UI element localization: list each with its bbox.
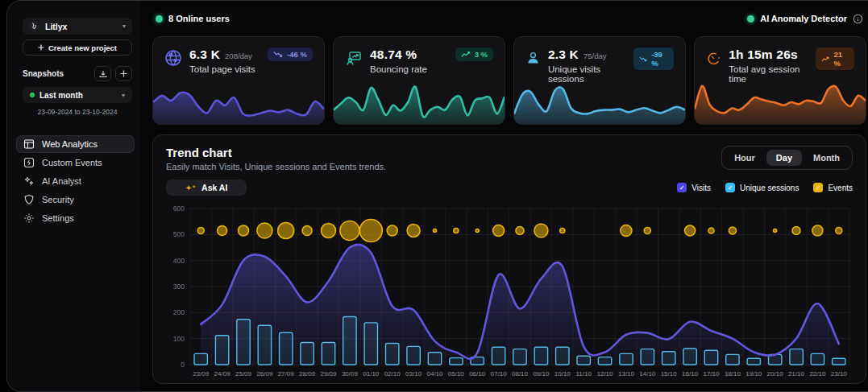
- stat-per-day: 75/day: [584, 52, 607, 60]
- trend-chart: 010020030040050060023/0924/0925/0926/092…: [166, 202, 853, 389]
- sidebar-item-custom-events[interactable]: Custom Events: [16, 154, 135, 171]
- svg-text:02/10: 02/10: [384, 370, 401, 378]
- legend-label: Visits: [691, 184, 711, 192]
- timer-icon: [706, 49, 721, 67]
- gear-icon: [23, 213, 35, 224]
- trend-down-icon: [273, 51, 283, 58]
- legend-visits[interactable]: ✓ Visits: [677, 183, 711, 192]
- legend-events[interactable]: ✓ Events: [813, 183, 853, 192]
- legend-unique-sessions[interactable]: ✓ Unique sessions: [725, 183, 799, 192]
- stat-card-bouncing-rate[interactable]: 48.74 % Bouncing rate 3 %: [333, 36, 505, 125]
- chevron-down-icon: ▾: [122, 92, 125, 99]
- svg-text:30/09: 30/09: [342, 370, 359, 378]
- stat-value: 6.3 K: [189, 47, 220, 62]
- svg-text:500: 500: [173, 230, 185, 238]
- sidebar-item-web-analytics[interactable]: Web Analytics: [16, 135, 135, 153]
- ai-anomaly-detector[interactable]: AI Anomaly Detector: [747, 14, 863, 24]
- trend-badge-value: 21 %: [833, 50, 849, 68]
- svg-text:200: 200: [173, 308, 185, 316]
- user-icon: [525, 49, 541, 67]
- svg-text:15/10: 15/10: [661, 370, 678, 378]
- online-users-label: 8 Online users: [168, 14, 230, 23]
- sparkles-icon: [23, 175, 35, 187]
- sparkline: [334, 79, 505, 124]
- sidebar-item-label: Security: [42, 195, 74, 204]
- online-status-dot: [156, 15, 163, 23]
- trend-badge-value: -39 %: [651, 50, 668, 68]
- svg-text:28/09: 28/09: [299, 370, 316, 378]
- svg-text:12/10: 12/10: [596, 370, 613, 378]
- trend-badge-value: -46 %: [287, 50, 307, 59]
- snapshot-period-select[interactable]: Last month ▾: [23, 87, 132, 103]
- checkbox-checked-icon[interactable]: ✓: [677, 183, 687, 192]
- svg-text:24/09: 24/09: [214, 370, 231, 378]
- create-project-button[interactable]: Create new project: [23, 39, 132, 56]
- svg-text:22/10: 22/10: [809, 370, 826, 378]
- dashboard-icon: [23, 138, 35, 150]
- svg-text:29/09: 29/09: [320, 370, 337, 378]
- project-selector[interactable]: Litlyx ▾: [23, 18, 132, 35]
- svg-text:26/09: 26/09: [256, 370, 273, 378]
- svg-text:14/10: 14/10: [639, 370, 656, 378]
- sparkles-icon: ✦✦: [185, 184, 196, 192]
- tab-day[interactable]: Day: [766, 150, 802, 166]
- stat-card-avg-session-time[interactable]: 1h 15m 26s Total avg session time 21 %: [694, 36, 866, 125]
- download-icon: [99, 70, 107, 78]
- stat-value: 1h 15m 26s: [729, 47, 798, 62]
- sidebar-item-label: Web Analytics: [42, 139, 98, 149]
- tab-hour[interactable]: Hour: [725, 150, 765, 166]
- svg-text:19/10: 19/10: [745, 370, 762, 378]
- svg-text:16/10: 16/10: [682, 370, 699, 378]
- svg-text:23/09: 23/09: [193, 370, 210, 378]
- trend-up-icon: [461, 51, 471, 58]
- litlyx-logo-icon: [29, 21, 39, 31]
- anomaly-status-dot: [747, 15, 754, 23]
- stat-card-total-page-visits[interactable]: 6.3 K 208/day Total page visits -46 %: [152, 36, 325, 125]
- checkbox-checked-icon[interactable]: ✓: [813, 183, 823, 192]
- svg-text:300: 300: [173, 283, 185, 291]
- stat-cards-row: 6.3 K 208/day Total page visits -46 %: [152, 36, 866, 125]
- create-project-label: Create new project: [48, 43, 117, 52]
- stat-per-day: 208/day: [225, 52, 252, 60]
- svg-text:06/10: 06/10: [469, 370, 486, 378]
- ask-ai-label: Ask AI: [201, 183, 227, 192]
- tab-month[interactable]: Month: [804, 150, 849, 166]
- chevron-down-icon: ▾: [123, 23, 126, 30]
- export-snapshot-button[interactable]: [94, 66, 111, 81]
- checkbox-checked-icon[interactable]: ✓: [725, 183, 735, 192]
- shield-icon: [23, 194, 35, 205]
- stat-card-unique-visits[interactable]: 2.3 K 75/day Unique visits sessions -39 …: [513, 36, 686, 125]
- main-content: 8 Online users AI Anomaly Detector 6.3 K…: [141, 1, 868, 391]
- svg-text:05/10: 05/10: [448, 370, 465, 378]
- svg-text:23/10: 23/10: [831, 370, 848, 378]
- legend-label: Events: [828, 184, 853, 192]
- sidebar-item-label: Custom Events: [42, 158, 102, 167]
- add-snapshot-button[interactable]: [115, 66, 132, 81]
- interval-tabs: Hour Day Month: [721, 146, 853, 170]
- sidebar-item-security[interactable]: Security: [16, 191, 135, 208]
- plus-icon: [120, 70, 127, 77]
- app-window: Litlyx ▾ Create new project Snapshots La…: [6, 0, 868, 392]
- svg-text:20/10: 20/10: [767, 370, 784, 378]
- trend-badge: -39 %: [633, 47, 674, 70]
- plus-icon: [38, 44, 44, 51]
- svg-text:600: 600: [173, 204, 185, 213]
- trend-badge: -46 %: [268, 47, 313, 61]
- trend-up-icon: [821, 56, 829, 63]
- sidebar-item-ai-analyst[interactable]: AI Analyst: [16, 172, 135, 190]
- svg-text:09/10: 09/10: [533, 370, 550, 378]
- snapshots-label: Snapshots: [23, 69, 94, 78]
- trend-down-icon: [639, 56, 647, 63]
- info-icon[interactable]: [853, 14, 863, 24]
- sidebar-nav: Web Analytics Custom Events AI Analyst S…: [16, 135, 135, 227]
- sidebar-item-settings[interactable]: Settings: [16, 209, 135, 227]
- event-bolt-icon: [23, 157, 35, 168]
- globe-icon: [164, 49, 182, 67]
- svg-text:10/10: 10/10: [554, 370, 571, 378]
- snapshot-date-range: 23-09-2024 to 23-10-2024: [23, 108, 132, 116]
- trend-badge-value: 3 %: [475, 50, 488, 59]
- panel-title: Trend chart: [166, 146, 386, 159]
- svg-text:21/10: 21/10: [788, 370, 805, 378]
- anomaly-detector-label: AI Anomaly Detector: [760, 14, 847, 23]
- ask-ai-button[interactable]: ✦✦ Ask AI: [166, 179, 247, 196]
